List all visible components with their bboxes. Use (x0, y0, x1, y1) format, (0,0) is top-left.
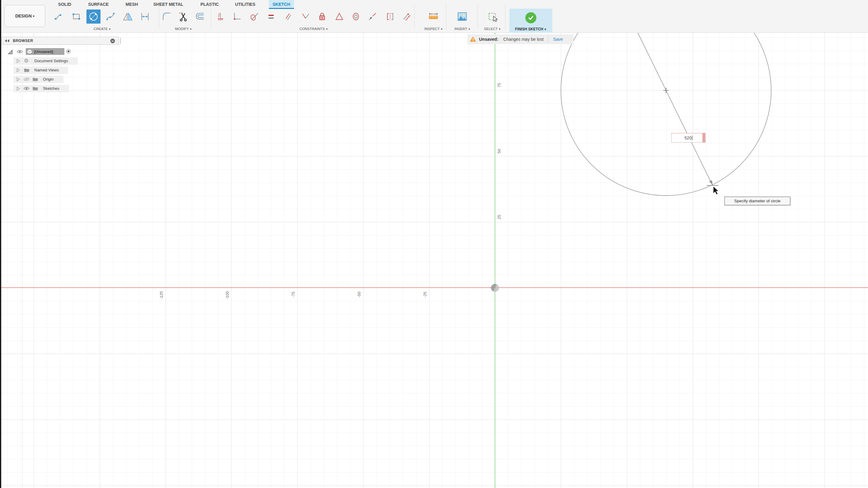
tab-sketch[interactable]: SKETCH (269, 0, 294, 9)
visibility-off-eye-icon[interactable] (23, 77, 30, 82)
line-arc-icon (54, 11, 64, 22)
constraint-concentric-button[interactable] (349, 9, 363, 24)
select-cursor-icon (487, 11, 498, 22)
circle-tool-button[interactable] (87, 9, 100, 24)
diameter-line (638, 33, 713, 185)
hatched-line-icon (215, 12, 225, 22)
tab-utilities[interactable]: UTILITIES (231, 0, 259, 9)
gear-icon: ⚙ (24, 58, 29, 63)
perpendicular-icon (301, 12, 310, 22)
dimension-icon (140, 11, 150, 22)
browser-title: BROWSER (13, 39, 33, 43)
expand-corner-icon[interactable] (7, 49, 13, 55)
constraint-midpoint-button[interactable] (365, 9, 379, 24)
constraint-coincident-button[interactable] (213, 9, 227, 24)
tab-plastic[interactable]: PLASTIC (197, 0, 222, 9)
constraint-parallel-button[interactable] (281, 9, 296, 24)
select-group-label[interactable]: SELECT (484, 27, 500, 31)
finish-check-icon[interactable] (525, 12, 536, 23)
remove-filter-icon[interactable] (110, 39, 115, 43)
scissors-icon (178, 11, 188, 22)
measure-ruler-icon (428, 11, 439, 22)
workspace-selector[interactable]: DESIGN (4, 5, 45, 27)
spline-icon (105, 11, 116, 22)
insert-group-label[interactable]: INSERT (455, 27, 470, 31)
tab-sheet-metal[interactable]: SHEET METAL (150, 0, 187, 9)
constraint-horizontal-vertical-button[interactable] (230, 9, 244, 24)
save-link[interactable]: Save (553, 37, 563, 42)
mirror-tool-button[interactable] (121, 9, 135, 24)
dimension-tool-button[interactable] (138, 9, 152, 24)
constraints-group-label[interactable]: CONSTRAINTS (300, 27, 327, 31)
parallel-icon (283, 12, 293, 22)
finish-sketch-label[interactable]: FINISH SKETCH (515, 27, 546, 31)
spline-tool-button[interactable] (103, 9, 118, 24)
circle-center-mark (663, 88, 669, 93)
browser-item-origin[interactable]: Origin (0, 76, 123, 83)
inspect-group-label[interactable]: INSPECT (425, 27, 442, 31)
insert-tool-button[interactable] (455, 9, 469, 24)
triangle-icon (334, 12, 344, 22)
folder-icon (32, 77, 38, 82)
mouse-cursor (713, 186, 719, 195)
offset-icon (195, 11, 205, 22)
constraint-symmetry-button[interactable] (383, 9, 397, 24)
constraint-triangle-button[interactable] (332, 9, 346, 24)
toolbar: DESIGN SOLID SURFACE MESH SHEET METAL PL… (0, 0, 868, 33)
browser-resize-handle[interactable] (120, 38, 121, 44)
browser-item-label: Origin (43, 77, 54, 82)
fillet-tool-button[interactable] (160, 9, 174, 24)
expand-arrow-icon[interactable] (16, 77, 20, 82)
visibility-eye-icon[interactable] (23, 86, 30, 91)
document-chip[interactable]: (Unsaved) (26, 48, 64, 55)
create-group-label[interactable]: CREATE (94, 27, 111, 31)
browser-item-document-settings[interactable]: ⚙ Document Settings (0, 57, 123, 65)
constraint-perpendicular-button[interactable] (299, 9, 313, 24)
constraint-equal-button[interactable] (264, 9, 278, 24)
folder-icon (24, 68, 29, 72)
expand-arrow-icon[interactable] (16, 86, 20, 91)
browser-item-named-views[interactable]: Named Views (0, 66, 123, 74)
diameter-value: 520 (684, 135, 691, 141)
document-name: (Unsaved) (34, 49, 53, 54)
tab-mesh[interactable]: MESH (122, 0, 142, 9)
window-left-edge (0, 0, 1, 488)
constraint-curvature-button[interactable] (400, 9, 414, 24)
folder-icon (32, 86, 38, 91)
trim-tool-button[interactable] (176, 9, 190, 24)
expand-arrow-icon[interactable] (16, 68, 20, 72)
activate-component-radio[interactable] (66, 49, 71, 54)
browser-item-label: Named Views (34, 68, 59, 72)
rectangle-tool-button[interactable] (69, 9, 83, 24)
inspect-tool-button[interactable] (426, 9, 440, 24)
input-accent-bar (703, 133, 705, 142)
warning-icon (470, 36, 476, 42)
collapse-panel-icon[interactable] (5, 39, 10, 43)
equal-icon (266, 12, 276, 22)
corner-lines-icon (232, 12, 242, 22)
midpoint-icon (368, 12, 377, 22)
visibility-eye-icon[interactable] (17, 49, 23, 54)
tab-solid[interactable]: SOLID (55, 0, 75, 9)
sketch-circle[interactable] (561, 33, 771, 195)
browser-header: BROWSER (2, 37, 119, 45)
rectangle-icon (71, 11, 82, 22)
constraint-fix-button[interactable] (315, 9, 329, 24)
lock-icon (317, 12, 327, 22)
browser-root-row[interactable]: (Unsaved) (0, 48, 123, 56)
expand-arrow-icon[interactable] (16, 59, 20, 63)
tooltip: Specify diameter of circle (724, 196, 790, 205)
diameter-arrowhead (709, 180, 713, 185)
line-tool-button[interactable] (52, 9, 66, 24)
diameter-input[interactable]: 520 (671, 133, 706, 143)
text-caret (692, 135, 692, 141)
modify-group-label[interactable]: MODIFY (175, 27, 192, 31)
offset-tool-button[interactable] (193, 9, 207, 24)
select-tool-button[interactable] (485, 9, 499, 24)
browser-item-sketches[interactable]: Sketches (0, 85, 123, 92)
unsaved-notification: Unsaved: Changes may be lost Save (467, 34, 574, 44)
curvature-icon (402, 12, 412, 22)
constraint-tangent-button[interactable] (247, 9, 261, 24)
tab-surface[interactable]: SURFACE (85, 0, 113, 9)
circle-diameter-icon (88, 11, 99, 22)
